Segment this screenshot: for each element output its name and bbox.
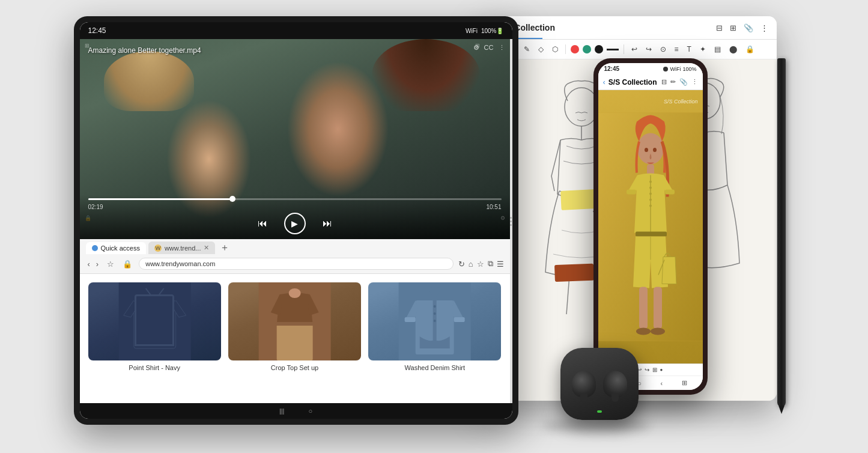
svg-rect-12 — [405, 317, 416, 322]
browser-reload-btn[interactable]: ↻ — [458, 260, 465, 269]
notes-attach-icon[interactable]: 📎 — [744, 23, 753, 32]
notes-color-dark[interactable] — [595, 45, 603, 53]
svg-rect-24 — [554, 264, 594, 282]
notes-more-icon[interactable]: ⋮ — [760, 23, 768, 32]
browser-tab1-label: Quick access — [101, 245, 140, 252]
video-prev-btn[interactable]: ⏮ — [258, 218, 267, 229]
browser-fav-btn[interactable]: ☆ — [477, 260, 484, 269]
notes-lasso-icon[interactable]: ⊙ — [658, 43, 669, 55]
phone-nav-apps[interactable]: ⊞ — [682, 379, 687, 387]
notes-highlight-icon[interactable]: ◇ — [536, 43, 546, 55]
phone-collection-label: S/S Collection — [664, 99, 698, 105]
notes-shape-icon[interactable]: ⬡ — [550, 43, 560, 55]
divider-dot-1 — [510, 217, 512, 219]
browser-tab-trend[interactable]: W www.trend... ✕ — [148, 242, 216, 254]
browser-tab2-label: www.trend... — [165, 245, 201, 252]
more-icon[interactable]: ⋮ — [499, 44, 505, 52]
phone-layout-icon[interactable]: ⊟ — [661, 78, 667, 86]
svg-point-35 — [649, 193, 652, 195]
notes-redo-icon[interactable]: ↪ — [643, 43, 654, 55]
tablet-nav-circle[interactable]: ○ — [308, 407, 312, 415]
settings-icon[interactable]: ⚙ — [473, 44, 479, 52]
phone-tool-redo[interactable]: ↪ — [645, 366, 649, 373]
svg-point-34 — [649, 187, 652, 189]
tablet-screen: 12:45 WiFi 100%🔋 — [80, 22, 512, 419]
product-card-1[interactable]: Point Shirt - Navy — [88, 282, 221, 371]
browser-lock-icon: 🔒 — [121, 258, 134, 270]
notes-text-icon[interactable]: T — [685, 43, 694, 55]
notes-bucket-icon[interactable]: ⬤ — [727, 43, 739, 55]
notes-topbar: ‹ S/S Collection ⊟ ⊞ 📎 ⋮ — [482, 16, 777, 40]
phone-signal-dot — [663, 67, 668, 71]
cc-icon[interactable]: CC — [484, 44, 494, 52]
svg-point-37 — [649, 205, 652, 207]
notes-grid-icon[interactable]: ⊞ — [730, 23, 736, 32]
notes-convert-icon[interactable]: ✦ — [697, 43, 708, 55]
video-play-btn[interactable]: ▶ — [284, 213, 306, 234]
notes-color-red[interactable] — [571, 45, 579, 53]
phone-title: S/S Collection — [609, 78, 658, 87]
notes-lock-icon[interactable]: 🔒 — [743, 43, 757, 55]
video-progress-track[interactable] — [88, 198, 502, 200]
notes-layout-icon[interactable]: ⊟ — [716, 23, 723, 32]
hair-2 — [104, 51, 194, 111]
tablet-device: 12:45 WiFi 100%🔋 — [74, 16, 518, 425]
notes-line-thickness[interactable] — [607, 49, 619, 50]
tablet-time: 12:45 — [88, 26, 106, 35]
browser-nav-buttons: ‹ › — [86, 258, 101, 270]
browser-forward-btn[interactable]: › — [94, 258, 100, 270]
tablet-status-bar: 12:45 WiFi 100%🔋 — [80, 22, 512, 39]
phone-wifi-icon: WiFi — [670, 66, 681, 72]
phone-nav-back[interactable]: ‹ — [661, 380, 663, 387]
video-next-btn[interactable]: ⏭ — [323, 218, 332, 229]
svg-point-15 — [434, 305, 436, 308]
denim-shirt-svg — [368, 282, 501, 360]
svg-point-7 — [288, 288, 300, 298]
notes-separator-2 — [624, 44, 624, 54]
phone-tool-more[interactable]: ⊞ — [652, 366, 657, 373]
svg-rect-40 — [636, 232, 667, 237]
browser-content: Point Shirt - Navy — [80, 274, 510, 403]
notes-filter-icon[interactable]: ▤ — [712, 43, 723, 55]
browser-back-btn[interactable]: ‹ — [86, 258, 92, 270]
tablet-nav-lines[interactable]: ||| — [279, 407, 285, 415]
divider-dot-2 — [510, 220, 512, 222]
phone-back-btn[interactable]: ‹ — [603, 78, 605, 87]
notes-toolbar-icons: ⊟ ⊞ 📎 ⋮ — [716, 23, 768, 32]
svg-point-17 — [434, 320, 436, 322]
phone-topbar-icons: ⊟ ✏ 📎 ⋮ — [661, 78, 698, 86]
browser-home-btn[interactable]: ⌂ — [469, 260, 473, 269]
product-label-3: Washed Denim Shirt — [368, 364, 501, 371]
svg-point-16 — [434, 312, 436, 315]
video-progress-fill — [88, 198, 233, 200]
browser-tabs-btn[interactable]: ⧉ — [488, 259, 493, 269]
svg-rect-43 — [654, 287, 662, 329]
phone-device: 12:45 WiFi 100% ‹ S/S Collection ⊟ ✏ 📎 ⋮ — [593, 58, 708, 395]
video-progress-thumb[interactable] — [229, 196, 235, 202]
browser-tab-close[interactable]: ✕ — [204, 244, 209, 252]
browser-url-bar[interactable]: www.trendywoman.com — [139, 258, 453, 270]
phone-pen-icon[interactable]: ✏ — [670, 78, 676, 86]
browser-tab-quick-access[interactable]: Quick access — [86, 242, 146, 254]
phone-more-icon[interactable]: ⋮ — [691, 78, 698, 86]
notes-undo-icon[interactable]: ↩ — [629, 43, 640, 55]
browser-new-tab-btn[interactable]: ＋ — [217, 242, 232, 254]
product-card-3[interactable]: Washed Denim Shirt — [368, 282, 501, 371]
notes-list-icon[interactable]: ≡ — [672, 43, 681, 55]
browser-bookmark-btn[interactable]: ☆ — [105, 258, 116, 270]
earbuds-shadow — [542, 420, 651, 432]
hair-1 — [372, 39, 480, 111]
phone-attach-icon[interactable]: 📎 — [679, 78, 688, 86]
svg-point-45 — [651, 328, 665, 335]
tablet-bottom-bar: ||| ○ — [80, 403, 512, 419]
browser-menu-btn[interactable]: ☰ — [497, 260, 504, 269]
phone-time: 12:45 — [604, 65, 620, 72]
earbuds-case — [560, 348, 639, 420]
product-card-2[interactable]: Crop Top Set up — [228, 282, 361, 371]
split-divider[interactable] — [510, 39, 512, 403]
svg-rect-13 — [454, 317, 465, 322]
svg-rect-1 — [133, 300, 175, 348]
notes-color-teal[interactable] — [583, 45, 591, 53]
notes-pencil-icon[interactable]: ✎ — [521, 43, 532, 55]
svg-point-29 — [645, 148, 648, 152]
